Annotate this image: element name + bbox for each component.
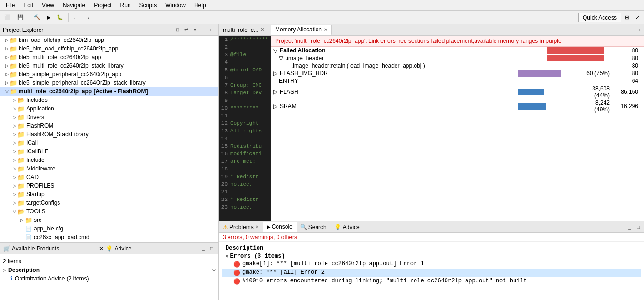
memory-maximize-btn[interactable]: □ bbox=[634, 26, 642, 34]
tree-toggle[interactable]: ▷ bbox=[11, 191, 17, 197]
memory-tab-close-icon[interactable]: ✕ bbox=[324, 27, 327, 32]
tree-toggle[interactable]: ▷ bbox=[11, 140, 17, 146]
bottom-maximize-btn[interactable]: □ bbox=[208, 245, 216, 252]
memory-row-entry[interactable]: ENTRY 64 bbox=[271, 77, 644, 85]
tree-item-include[interactable]: ▷ 📁 Include bbox=[0, 156, 218, 164]
errors-expand-icon[interactable]: ▽ bbox=[226, 254, 228, 259]
tree-toggle[interactable]: ▷ bbox=[11, 114, 17, 120]
menu-scripts[interactable]: Scripts bbox=[136, 1, 161, 10]
tree-toggle[interactable]: ▷ bbox=[11, 123, 17, 129]
error-item-1[interactable]: 🔴 gmake[1]: *** [multi_role_cc2640r2lp_a… bbox=[222, 260, 641, 269]
errors-header-row[interactable]: ▽ Errors (3 items) bbox=[222, 252, 641, 260]
minimize-panel-btn[interactable]: _ bbox=[199, 26, 207, 34]
tree-toggle[interactable]: ▷ bbox=[11, 131, 17, 137]
menu-view[interactable]: View bbox=[38, 1, 58, 10]
tree-item-icall[interactable]: ▷ 📁 ICall bbox=[0, 139, 218, 147]
menu-navigate[interactable]: Navigate bbox=[59, 1, 89, 10]
menu-help[interactable]: Help bbox=[190, 1, 210, 10]
toolbar-new-btn[interactable]: ⬜ bbox=[2, 13, 13, 22]
memory-row-image-header[interactable]: ▽ .image_header 80 bbox=[271, 54, 644, 62]
tree-toggle[interactable]: ▷ bbox=[11, 166, 17, 171]
tree-toggle[interactable]: ▷ bbox=[4, 80, 10, 86]
menu-edit[interactable]: Edit bbox=[20, 1, 37, 10]
memory-row-retain[interactable]: .image_header:retain ( oad_image_header_… bbox=[271, 62, 644, 70]
tree-toggle[interactable]: ▷ bbox=[11, 183, 17, 189]
tree-item-flashrom-stack[interactable]: ▷ 📁 FlashROM_StackLibrary bbox=[0, 130, 218, 139]
toolbar-back-btn[interactable]: ← bbox=[71, 13, 81, 22]
tree-item-drivers[interactable]: ▷ 📁 Drivers bbox=[0, 113, 218, 121]
tree-toggle[interactable]: ▷ bbox=[11, 157, 17, 163]
tree-item-ble5-multi-stack[interactable]: ▷ 📁 ble5_multi_role_cc2640r2lp_stack_lib… bbox=[0, 61, 218, 70]
memory-row-flash-img-hdr[interactable]: ▷ FLASH_IMG_HDR 60 (75%) 80 bbox=[271, 70, 644, 77]
error-item-3[interactable]: 🔴 #10010 errors encountered during linki… bbox=[222, 277, 641, 286]
menu-file[interactable]: File bbox=[2, 1, 19, 10]
tree-toggle[interactable]: ▷ bbox=[4, 37, 10, 43]
collapse-all-btn[interactable]: ⊟ bbox=[174, 26, 181, 34]
flash-expand[interactable]: ▷ bbox=[273, 89, 280, 95]
tree-item-targetconfigs[interactable]: ▷ 📁 targetConfigs bbox=[0, 199, 218, 207]
collapse-icon[interactable]: ▽ bbox=[212, 268, 216, 272]
tree-item-ble5-multi[interactable]: ▷ 📁 ble5_multi_role_cc2640r2lp_app bbox=[0, 53, 218, 61]
tree-item-icallble[interactable]: ▷ 📁 ICallBLE bbox=[0, 147, 218, 156]
tree-toggle[interactable]: ▷ bbox=[4, 63, 10, 69]
tree-toggle[interactable]: ▷ bbox=[4, 46, 10, 51]
tree-toggle[interactable]: ▷ bbox=[19, 217, 25, 223]
tab-console[interactable]: ▶ Console bbox=[263, 222, 297, 232]
toolbar-maximize-btn[interactable]: ⤢ bbox=[633, 13, 642, 22]
tree-item-ble5-simple-stack[interactable]: ▷ 📁 ble5_simple_peripheral_cc264OrZlp_st… bbox=[0, 79, 218, 87]
panel-menu-btn[interactable]: ▾ bbox=[191, 26, 198, 34]
toolbar-run-btn[interactable]: ▶ bbox=[44, 13, 53, 22]
tree-toggle[interactable]: ▷ bbox=[11, 174, 17, 180]
tree-item-tools[interactable]: ▽ 📂 TOOLS bbox=[0, 207, 218, 216]
tree-toggle[interactable]: ▷ bbox=[11, 106, 17, 111]
tree-item-src[interactable]: ▷ 📁 src bbox=[0, 216, 218, 224]
toolbar-debug-btn[interactable]: 🐛 bbox=[54, 13, 66, 22]
menu-run[interactable]: Run bbox=[117, 1, 135, 10]
tree-toggle[interactable]: ▽ bbox=[11, 209, 17, 214]
menu-window[interactable]: Window bbox=[161, 1, 189, 10]
link-editor-btn[interactable]: ⇄ bbox=[182, 26, 190, 34]
tree-item-flashrom[interactable]: ▷ 📁 FlashROM bbox=[0, 121, 218, 130]
tree-item-bim-oad[interactable]: ▷ 📁 bim_oad_offchip_cc2640r2lp_app bbox=[0, 36, 218, 44]
tree-item-cc26xx-cmd[interactable]: 📄 cc26xx_app_oad.cmd bbox=[0, 233, 218, 241]
toolbar-build-btn[interactable]: 🔨 bbox=[31, 13, 43, 22]
image-header-expand[interactable]: ▽ bbox=[279, 55, 286, 61]
flash-img-expand[interactable]: ▷ bbox=[273, 70, 280, 77]
bottom-minimize-btn[interactable]: _ bbox=[199, 245, 207, 252]
tree-toggle[interactable]: ▷ bbox=[4, 71, 10, 77]
tab-advice[interactable]: 💡 Advice bbox=[330, 222, 364, 232]
tab-search[interactable]: 🔍 Search bbox=[297, 222, 330, 232]
tree-item-profiles[interactable]: ▷ 📁 PROFILES bbox=[0, 181, 218, 190]
tree-item-startup[interactable]: ▷ 📁 Startup bbox=[0, 190, 218, 199]
tree-toggle[interactable]: ▽ bbox=[4, 89, 10, 94]
tree-toggle[interactable]: ▷ bbox=[4, 54, 10, 60]
tree-item-application[interactable]: ▷ 📁 Application bbox=[0, 104, 218, 113]
tree-toggle[interactable]: ▷ bbox=[11, 149, 17, 154]
console-minimize-btn[interactable]: _ bbox=[626, 223, 634, 231]
optimization-advice-row[interactable]: ℹ Optimization Advice (2 items) bbox=[3, 274, 216, 283]
failed-expand[interactable]: ▽ bbox=[273, 47, 280, 54]
memory-row-sram[interactable]: ▷ SRAM 8,242 (49%) 16,296 bbox=[271, 99, 644, 113]
memory-allocation-tab[interactable]: Memory Allocation ✕ bbox=[271, 25, 332, 35]
error-item-2[interactable]: 🔴 gmake: *** [all] Error 2 bbox=[222, 269, 641, 277]
tree-item-multi-role-active[interactable]: ▽ 📁 multi_role_cc2640r2lp_app [Active - … bbox=[0, 87, 218, 96]
memory-minimize-btn[interactable]: _ bbox=[626, 26, 634, 34]
toolbar-perspective-btn[interactable]: ⊞ bbox=[623, 13, 632, 22]
tree-item-app-ble-cfg[interactable]: 📄 app_ble.cfg bbox=[0, 224, 218, 233]
editor-tab-close[interactable]: ✕ bbox=[260, 27, 265, 33]
toolbar-save-btn[interactable]: 💾 bbox=[15, 13, 26, 22]
toolbar-fwd-btn[interactable]: → bbox=[82, 13, 92, 22]
tree-item-middleware[interactable]: ▷ 📁 Middleware bbox=[0, 164, 218, 173]
console-maximize-btn[interactable]: □ bbox=[634, 223, 642, 231]
memory-row-failed[interactable]: ▽ Failed Allocation 80 bbox=[271, 47, 644, 54]
tree-item-ble5-bim[interactable]: ▷ 📁 ble5_bim_oad_offchip_cc2640r2lp_app bbox=[0, 44, 218, 53]
tree-item-ble5-simple[interactable]: ▷ 📁 ble5_simple_peripheral_cc2640r2lp_ap… bbox=[0, 70, 218, 79]
tree-toggle[interactable]: ▷ bbox=[11, 200, 17, 206]
problems-tab-close[interactable]: ✕ bbox=[255, 224, 259, 230]
tab-problems[interactable]: ⚠ Problems ✕ bbox=[219, 222, 263, 232]
quick-access-btn[interactable]: Quick Access bbox=[578, 13, 621, 22]
sram-expand[interactable]: ▷ bbox=[273, 103, 280, 110]
tree-toggle[interactable]: ▷ bbox=[11, 97, 17, 103]
tree-item-oad[interactable]: ▷ 📁 OAD bbox=[0, 173, 218, 181]
tree-item-includes[interactable]: ▷ 📂 Includes bbox=[0, 96, 218, 104]
